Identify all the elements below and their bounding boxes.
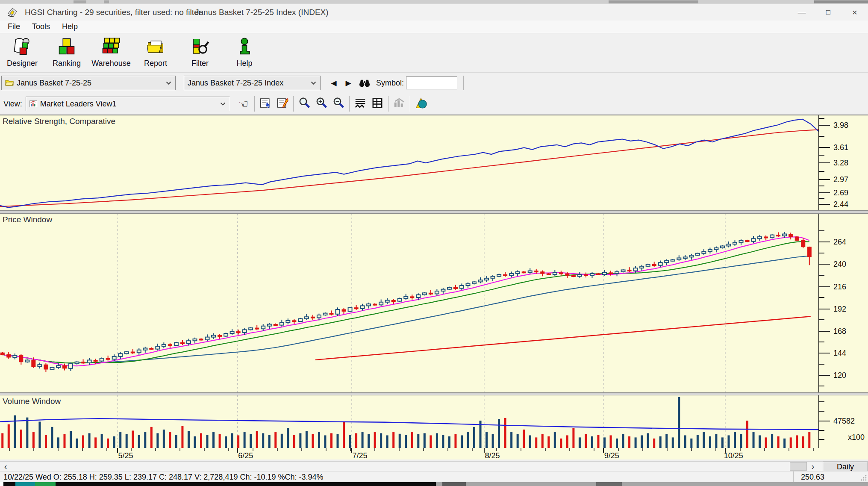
- tool-pointer-hand-button[interactable]: ☜: [235, 96, 252, 112]
- main-toolbar: DesignerRankingWarehouseReportFilterHelp: [0, 33, 868, 73]
- zoom-icon: [298, 97, 311, 111]
- y-axis-tick: [819, 309, 830, 309]
- toolbar-button-label: Warehouse: [91, 59, 130, 68]
- y-axis-minor-tick: [819, 275, 824, 276]
- close-button[interactable]: ×: [842, 4, 868, 21]
- binoculars-search-icon[interactable]: [358, 79, 371, 88]
- index-dropdown[interactable]: Janus Basket 7-25-25 Index: [184, 76, 321, 90]
- hgsi-charting-window: HGSI Charting - 29 securities, filter us…: [0, 0, 868, 486]
- menu-tools[interactable]: Tools: [26, 21, 56, 33]
- tool-chart-disabled-button[interactable]: [391, 96, 408, 112]
- rs-plot: [0, 115, 868, 210]
- y-axis-tick: [819, 353, 830, 353]
- y-axis-label: 2.97: [833, 175, 848, 184]
- toolbar-separator: [293, 96, 294, 112]
- y-axis-minor-tick: [819, 155, 824, 156]
- y-axis-label: 192: [833, 304, 846, 313]
- y-axis-tick: [819, 375, 830, 376]
- tool-data-table-button[interactable]: [369, 96, 386, 112]
- symbol-label: Symbol:: [376, 79, 404, 88]
- resize-grip[interactable]: [860, 474, 867, 481]
- toolbar-button-label: Designer: [7, 59, 38, 68]
- y-axis-minor-tick: [819, 386, 824, 386]
- price-panel-title: Price Window: [3, 215, 52, 224]
- y-axis-minor-tick: [819, 411, 824, 412]
- toolbar-report-button[interactable]: Report: [133, 33, 178, 73]
- horizontal-scrollbar[interactable]: ‹ › Daily: [0, 461, 868, 471]
- y-axis-label: 3.98: [833, 121, 848, 130]
- panel-splitter[interactable]: [0, 392, 868, 395]
- symbol-input[interactable]: [406, 77, 457, 89]
- toolbar-separator: [349, 96, 350, 112]
- toolbar-separator: [410, 96, 410, 112]
- zoom-in-icon: [315, 97, 328, 111]
- basket-dropdown[interactable]: Janus Basket 7-25-25: [1, 76, 176, 90]
- toolbar-ranking-button[interactable]: Ranking: [44, 33, 89, 73]
- view-tool-strip: ☜: [235, 96, 430, 112]
- y-axis-tick: [819, 162, 830, 163]
- tool-form-edit-button[interactable]: [274, 96, 291, 112]
- tool-zoom-in-button[interactable]: [313, 96, 330, 112]
- y-axis-label: 47582: [833, 417, 855, 426]
- y-axis-tick: [819, 179, 830, 180]
- y-axis-tick: [819, 147, 830, 148]
- scroll-left-arrow[interactable]: ‹: [1, 462, 10, 471]
- chevron-down-icon: [220, 102, 226, 106]
- y-axis-minor-tick: [819, 401, 824, 402]
- next-security-button[interactable]: ▶: [342, 76, 355, 90]
- price-plot: [0, 214, 868, 392]
- menu-file[interactable]: File: [2, 21, 26, 33]
- toolbar-button-label: Help: [236, 59, 252, 68]
- taskbar-dark-segment: [3, 482, 436, 486]
- y-axis-minor-tick: [819, 439, 824, 440]
- pointer-hand-icon: ☜: [238, 98, 248, 109]
- view-toolbar: View: Market Leaders View1 ☜: [0, 93, 868, 115]
- ranking-icon: [56, 37, 77, 58]
- title-bar: HGSI Charting - 29 securities, filter us…: [0, 4, 868, 21]
- tool-form-select-button[interactable]: [257, 96, 274, 112]
- designer-icon: [12, 37, 32, 58]
- index-dropdown-value: Janus Basket 7-25-25 Index: [188, 79, 308, 88]
- y-axis-minor-tick: [819, 297, 824, 298]
- toolbar-help-button[interactable]: Help: [222, 33, 267, 73]
- y-axis-minor-tick: [819, 198, 824, 199]
- menu-help[interactable]: Help: [56, 21, 84, 33]
- tool-indicator-panes-button[interactable]: [352, 96, 369, 112]
- panel-splitter[interactable]: [0, 210, 868, 214]
- menu-bar: FileToolsHelp: [0, 21, 868, 33]
- y-axis-label: 168: [833, 327, 846, 336]
- y-axis-minor-tick: [819, 253, 824, 253]
- toolbar-warehouse-button[interactable]: Warehouse: [89, 33, 133, 73]
- help-icon: [234, 37, 255, 58]
- x-axis-month-label: 6/25: [238, 451, 253, 460]
- minimize-button[interactable]: —: [789, 4, 815, 21]
- maximize-button[interactable]: □: [815, 4, 842, 21]
- view-dropdown[interactable]: Market Leaders View1: [26, 97, 230, 111]
- taskbar-green-fragment: [35, 482, 56, 486]
- filter-icon: [190, 37, 210, 58]
- y-axis-label: 120: [833, 371, 846, 380]
- background-window-strip: [0, 0, 868, 4]
- window-title: HGSI Charting - 29 securities, filter us…: [25, 8, 201, 17]
- periodicity-daily-button[interactable]: Daily: [823, 462, 868, 471]
- toolbar-designer-button[interactable]: Designer: [0, 33, 44, 73]
- scrollbar-thumb[interactable]: [790, 462, 807, 471]
- y-axis-tick: [819, 192, 830, 193]
- toolbar-filter-button[interactable]: Filter: [178, 33, 222, 73]
- tool-export-button[interactable]: [412, 96, 430, 112]
- y-axis-tick: [819, 421, 830, 421]
- toolbar-button-label: Filter: [191, 59, 209, 68]
- data-table-icon: [371, 97, 384, 111]
- y-axis-minor-tick: [819, 118, 824, 119]
- strip-fragment: [74, 0, 86, 3]
- document-title: Janus Basket 7-25-25 Index (INDEX): [195, 8, 329, 17]
- tool-zoom-out-button[interactable]: [330, 96, 347, 112]
- taskbar-teal-fragment: [15, 482, 35, 486]
- scroll-right-arrow[interactable]: ›: [808, 462, 818, 471]
- chart-mini-icon: [29, 100, 37, 107]
- tool-zoom-button[interactable]: [296, 96, 313, 112]
- volume-panel: Volume Window x100 475825/256/257/258/25…: [0, 395, 868, 459]
- x-axis-month-label: 9/25: [604, 451, 619, 460]
- strip-fragment: [814, 0, 868, 3]
- prev-security-button[interactable]: ◀: [327, 76, 340, 90]
